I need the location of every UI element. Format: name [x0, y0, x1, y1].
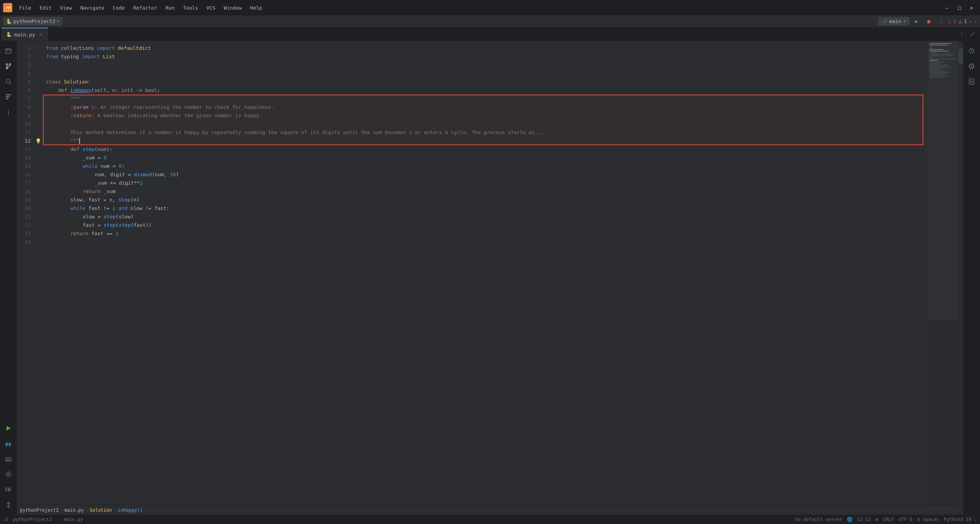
sidebar-icon-project[interactable] [2, 44, 15, 58]
breadcrumb-arrow: › [60, 508, 63, 513]
breadcrumb-file[interactable]: main.py [64, 508, 84, 513]
menu-help[interactable]: Help [247, 3, 266, 12]
code-editor[interactable]: 1 2 3 4 5 6 7 8 9 10 11 12 13 14 15 16 1 [17, 41, 963, 515]
menu-edit[interactable]: Edit [36, 3, 55, 12]
status-file[interactable]: main.py [64, 517, 83, 522]
right-sidebar-icon-bookmark[interactable] [965, 75, 978, 88]
tab-close-button[interactable]: ✕ [38, 31, 44, 38]
minimize-button[interactable]: — [942, 2, 952, 13]
more-button[interactable]: ⋮ [936, 16, 946, 27]
status-vcs-icon: ⎇ [3, 517, 8, 522]
title-bar: PP File Edit View Navigate Code Refactor… [0, 0, 980, 15]
svg-point-13 [8, 114, 9, 115]
gutter-16 [35, 170, 43, 179]
tab-file-icon: 🐍 [6, 32, 12, 37]
right-sidebar [963, 41, 980, 515]
breadcrumb-project[interactable]: pythonProject2 [20, 508, 59, 513]
sidebar-icon-find[interactable] [2, 75, 15, 88]
breadcrumb-bar: pythonProject2 › main.py › Solution › is… [17, 505, 963, 515]
status-bar: ⎇ pythonProject2 › main.py no default se… [0, 515, 980, 524]
code-line-18: return _sum [43, 187, 928, 196]
menu-tools[interactable]: Tools [179, 3, 202, 12]
menu-refactor[interactable]: Refactor [129, 3, 161, 12]
line-num-11: 11 [17, 128, 31, 137]
code-line-15: while num > 0: [43, 162, 928, 170]
svg-text:PP: PP [6, 6, 10, 10]
status-indent[interactable]: 4 spaces [917, 517, 939, 522]
line-num-5: 5 [17, 78, 31, 86]
sidebar-icon-settings[interactable] [2, 467, 15, 481]
gutter-2 [35, 52, 43, 61]
code-line-1: from collections import defaultdict [43, 44, 928, 52]
up-arrow[interactable]: ↑ [969, 19, 972, 24]
project-selector[interactable]: 🐍 pythonProject2 ▼ [3, 17, 62, 26]
status-project[interactable]: pythonProject2 [13, 517, 52, 522]
sidebar-icon-run-debug[interactable] [2, 421, 15, 435]
editor-container: 1 2 3 4 5 6 7 8 9 10 11 12 13 14 15 16 1 [17, 41, 980, 515]
right-sidebar-icon-git[interactable] [965, 44, 978, 58]
menu-vcs[interactable]: VCS [203, 3, 219, 12]
svg-point-4 [6, 64, 8, 65]
scrollbar-track[interactable] [959, 41, 963, 505]
menu-run[interactable]: Run [162, 3, 178, 12]
line-num-13: 13 [17, 145, 31, 154]
bulb-icon[interactable]: 💡 [35, 138, 41, 144]
down-arrow[interactable]: ↓ [974, 19, 977, 24]
line-num-24: 24 [17, 238, 31, 246]
sidebar-icon-more[interactable] [2, 105, 15, 119]
branch-name: main [889, 18, 901, 24]
code-line-7: """ [43, 95, 928, 103]
sidebar-icon-structure[interactable] [2, 90, 15, 104]
svg-point-5 [9, 64, 11, 65]
tab-expand-button[interactable]: ⤢ [968, 29, 977, 39]
menu-view[interactable]: View [56, 3, 76, 12]
status-python[interactable]: Python3.10 : [944, 517, 977, 522]
warning-count: 1 [964, 19, 967, 24]
gutter-18 [35, 187, 43, 196]
tab-name: main.py [14, 32, 35, 38]
sidebar-icon-notifications[interactable] [2, 452, 15, 466]
code-line-8: :param n: An integer representing the nu… [43, 103, 928, 111]
menu-navigate[interactable]: Navigate [77, 3, 108, 12]
breadcrumb-method[interactable]: isHappy() [118, 508, 142, 513]
code-area: 1 2 3 4 5 6 7 8 9 10 11 12 13 14 15 16 1 [17, 41, 963, 515]
gutter-14 [35, 154, 43, 162]
gutter-4 [35, 69, 43, 78]
svg-rect-10 [6, 98, 8, 99]
code-line-17: _sum += digit**2 [43, 179, 928, 187]
menu-code[interactable]: Code [109, 3, 129, 12]
gutter-6 [35, 86, 43, 95]
code-line-2: from typing import List [43, 52, 928, 61]
status-encoding[interactable]: UTF-8 [898, 517, 912, 522]
warning-indicators: ⚠ 2 ⚠ 1 ↑ ↓ [948, 18, 977, 25]
code-lines[interactable]: from collections import defaultdict from… [43, 41, 928, 505]
sidebar-icon-git[interactable] [2, 59, 15, 73]
run-button[interactable]: ▶ [911, 16, 922, 27]
sidebar-icon-python[interactable]: py [2, 437, 15, 450]
close-button[interactable]: ✕ [966, 2, 977, 13]
svg-rect-9 [6, 96, 10, 97]
minimap[interactable] [928, 41, 959, 505]
code-line-19: slow, fast = n, step(n) [43, 196, 928, 204]
tab-main-py[interactable]: 🐍 main.py ✕ [2, 28, 48, 41]
toolbar: 🐍 pythonProject2 ▼ ⎇ main ▼ ▶ ■ ⋮ ⚠ 2 ⚠ … [0, 15, 980, 28]
status-no-server[interactable]: no default server [795, 517, 842, 522]
project-name: pythonProject2 [13, 18, 56, 24]
menu-window[interactable]: Window [220, 3, 246, 12]
code-line-13: def step(num): [43, 145, 928, 154]
menu-file[interactable]: File [15, 3, 35, 12]
sidebar-icon-git2[interactable] [2, 498, 15, 512]
svg-rect-20 [969, 79, 974, 84]
branch-selector[interactable]: ⎇ main ▼ [878, 17, 910, 26]
stop-button[interactable]: ■ [923, 16, 934, 27]
scrollbar-thumb[interactable] [959, 49, 963, 64]
breadcrumb-class[interactable]: Solution [90, 508, 112, 513]
right-sidebar-icon-ai[interactable] [965, 59, 978, 73]
code-line-23: return fast == 1 [43, 229, 928, 238]
code-line-3 [43, 61, 928, 69]
tab-more-button[interactable]: ⋮ [957, 29, 966, 39]
maximize-button[interactable]: □ [954, 2, 965, 13]
status-line-sep[interactable]: CRLF [883, 517, 894, 522]
code-line-14: _sum = 0 [43, 154, 928, 162]
sidebar-icon-plugins[interactable] [2, 483, 15, 496]
